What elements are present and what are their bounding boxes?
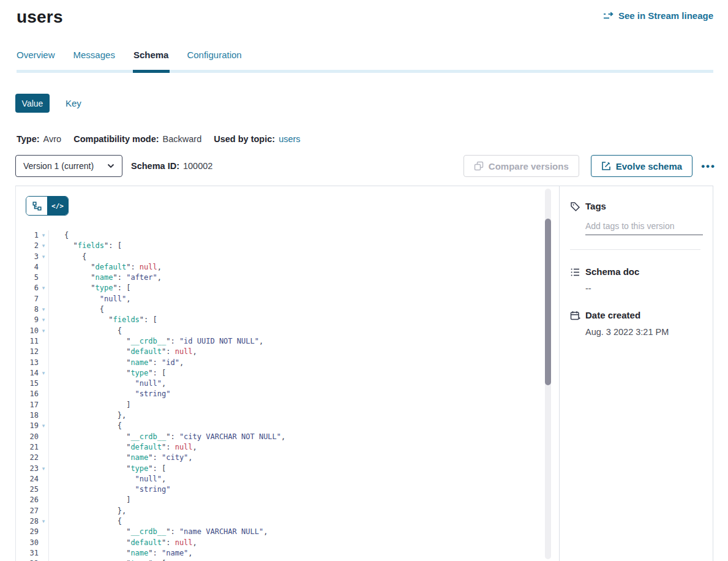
code-text: "type": [	[49, 464, 166, 474]
code-text: "type": [	[49, 283, 130, 293]
fold-spacer	[39, 262, 48, 273]
fold-toggle-icon[interactable]: ▾	[39, 252, 48, 262]
code-line: 29 "__crdb__": "name VARCHAR NULL",	[16, 527, 559, 537]
fold-toggle-icon[interactable]: ▾	[39, 368, 48, 378]
fold-toggle-icon[interactable]: ▾	[39, 241, 48, 251]
key-toggle-button[interactable]: Key	[66, 98, 81, 108]
tab-messages[interactable]: Messages	[73, 50, 115, 70]
code-line: 4 "default": null,	[16, 262, 559, 273]
fold-toggle-icon[interactable]: ▾	[39, 559, 48, 561]
version-select[interactable]: Version 1 (current)	[15, 155, 122, 177]
fold-toggle-icon[interactable]: ▾	[39, 230, 48, 241]
code-view-button[interactable]: </>	[47, 197, 68, 215]
line-number: 23	[16, 464, 39, 474]
code-text: "fields": [	[49, 315, 157, 325]
code-view-icon: </>	[51, 202, 64, 210]
line-number: 31	[16, 548, 39, 559]
tab-schema[interactable]: Schema	[133, 50, 169, 70]
editor-scrollbar-track[interactable]	[545, 189, 551, 559]
tree-view-button[interactable]	[26, 197, 47, 215]
line-number: 22	[16, 453, 39, 463]
code-line: 2▾ "fields": [	[16, 241, 559, 251]
fold-toggle-icon[interactable]: ▾	[39, 516, 48, 527]
fold-spacer	[39, 506, 48, 516]
code-text: },	[49, 410, 126, 421]
schema-sidebar: Tags Schema doc --	[560, 186, 713, 561]
line-number: 29	[16, 527, 39, 537]
meta-compatibility: Compatibility mode: Backward	[73, 134, 201, 144]
date-created-title: Date created	[585, 310, 669, 320]
fold-toggle-icon[interactable]: ▾	[39, 304, 48, 315]
code-line: 21 "default": null,	[16, 442, 559, 453]
editor-scrollbar-thumb[interactable]	[545, 219, 551, 385]
line-number: 30	[16, 538, 39, 548]
code-text: "string"	[49, 389, 170, 399]
code-text: {	[49, 252, 86, 262]
code-line: 25 "string"	[16, 484, 559, 495]
code-text: "null",	[49, 294, 130, 304]
fold-toggle-icon[interactable]: ▾	[39, 421, 48, 431]
code-line: 3▾ {	[16, 252, 559, 262]
topic-link[interactable]: users	[279, 134, 300, 144]
code-text: "string"	[49, 484, 170, 495]
code-line: 10▾ {	[16, 326, 559, 336]
doc-list-icon	[570, 266, 580, 293]
schema-editor[interactable]: </> 1▾{2▾ "fields": [3▾ {4 "default": nu…	[16, 186, 560, 561]
line-number: 13	[16, 358, 39, 368]
fold-toggle-icon[interactable]: ▾	[39, 315, 48, 325]
code-line: 27 },	[16, 506, 559, 516]
line-number: 17	[16, 400, 39, 410]
code-line: 6▾ "type": [	[16, 283, 559, 293]
line-number: 25	[16, 484, 39, 495]
code-line: 17 ]	[16, 400, 559, 410]
code-line: 1▾{	[16, 230, 559, 241]
date-created-value: Aug. 3 2022 3:21 PM	[585, 327, 669, 337]
value-key-toggle: Value Key	[15, 94, 728, 113]
stream-lineage-label: See in Stream lineage	[618, 10, 713, 21]
code-line: 23▾ "type": [	[16, 464, 559, 474]
code-line: 7 "null",	[16, 294, 559, 304]
code-text: "name": "city",	[49, 453, 193, 463]
tags-input[interactable]	[585, 220, 703, 235]
page-title: users	[17, 7, 63, 27]
version-select-value: Version 1 (current)	[23, 161, 94, 171]
evolve-schema-button[interactable]: Evolve schema	[591, 155, 692, 177]
compare-versions-button[interactable]: Compare versions	[463, 155, 579, 177]
code-line: 14▾ "type": [	[16, 368, 559, 378]
tab-configuration[interactable]: Configuration	[187, 50, 241, 70]
code-line: 24 "null",	[16, 474, 559, 484]
tag-icon	[570, 201, 580, 235]
stream-lineage-icon	[603, 11, 614, 21]
code-text: "type": [	[49, 368, 166, 378]
code-line: 8▾ {	[16, 304, 559, 315]
line-number: 1	[16, 230, 39, 241]
fold-spacer	[39, 474, 48, 484]
code-area: 1▾{2▾ "fields": [3▾ {4 "default": null,5…	[16, 230, 559, 561]
sidebar-divider	[570, 249, 700, 250]
tab-overview[interactable]: Overview	[17, 50, 55, 70]
stream-lineage-link[interactable]: See in Stream lineage	[603, 10, 713, 21]
code-line: 9▾ "fields": [	[16, 315, 559, 325]
code-line: 30 "default": null,	[16, 538, 559, 548]
more-options-button[interactable]: •••	[701, 161, 716, 171]
schema-meta: Type: Avro Compatibility mode: Backward …	[17, 134, 728, 144]
fold-spacer	[39, 378, 48, 389]
code-text: "null",	[49, 378, 166, 389]
line-number: 14	[16, 368, 39, 378]
fold-spacer	[39, 336, 48, 347]
fold-toggle-icon[interactable]: ▾	[39, 464, 48, 474]
fold-spacer	[39, 432, 48, 442]
line-number: 6	[16, 283, 39, 293]
line-number: 3	[16, 252, 39, 262]
line-number: 24	[16, 474, 39, 484]
value-toggle-button[interactable]: Value	[15, 94, 50, 113]
code-text: "__crdb__": "id UUID NOT NULL",	[49, 336, 263, 347]
fold-toggle-icon[interactable]: ▾	[39, 326, 48, 336]
code-text: "name": "name",	[49, 548, 193, 559]
fold-spacer	[39, 548, 48, 559]
code-text: "name": "id",	[49, 358, 184, 368]
code-text: {	[49, 304, 104, 315]
fold-toggle-icon[interactable]: ▾	[39, 283, 48, 293]
code-line: 26 ]	[16, 495, 559, 505]
code-text: ]	[49, 495, 130, 505]
